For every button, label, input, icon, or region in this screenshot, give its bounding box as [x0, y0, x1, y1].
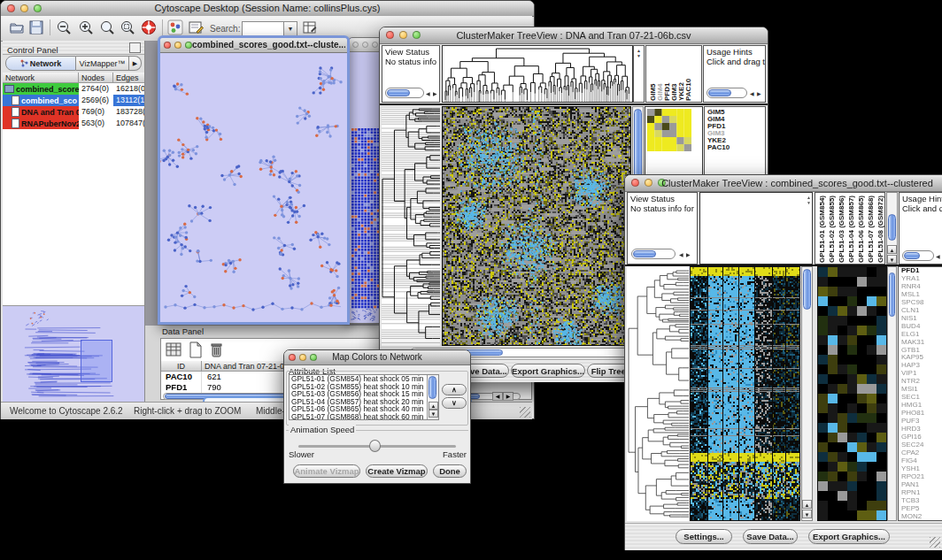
scroll-right-icon[interactable]: ▶: [503, 392, 513, 401]
zoom-in-icon[interactable]: [78, 19, 94, 35]
birdseye-view[interactable]: [3, 305, 144, 403]
tv1-hints-scrollbar[interactable]: [706, 88, 747, 98]
close-icon[interactable]: [164, 42, 171, 49]
network-row[interactable]: DNA and Tran 07769(0)183728(0): [3, 106, 144, 118]
tv1-column-splitter[interactable]: ▲ ▼: [633, 45, 645, 103]
tab-vizmapper[interactable]: VizMapper™: [76, 56, 129, 71]
export-graphics-button[interactable]: Export Graphics...: [808, 529, 890, 544]
zoom-selected-icon[interactable]: [120, 19, 135, 35]
network-row[interactable]: RNAPuberNov2+563(0)107847(0): [3, 118, 144, 129]
zoom-out-icon[interactable]: [56, 19, 72, 35]
delete-attribute-trash-icon[interactable]: [208, 341, 225, 358]
move-up-button[interactable]: ∧: [442, 384, 467, 395]
annotation-icon[interactable]: [188, 19, 204, 35]
scroll-up-icon[interactable]: ▲: [429, 402, 438, 410]
scroll-left-icon[interactable]: ◀: [492, 392, 503, 401]
tv2-column-tree-area[interactable]: ▲▼: [699, 192, 813, 265]
save-icon[interactable]: [28, 19, 44, 35]
scroll-down-icon[interactable]: ▼: [802, 510, 812, 518]
splitter-down-icon[interactable]: ▼: [634, 53, 644, 58]
col-edges[interactable]: Edges: [113, 73, 144, 83]
gene-label[interactable]: PAC10: [707, 144, 730, 151]
zoom-window-icon[interactable]: [372, 42, 378, 48]
column-label[interactable]: GPL51-07 (GSM868): [867, 194, 875, 263]
network-row-name[interactable]: DNA and Tran 07: [3, 106, 79, 118]
network1-canvas[interactable]: [160, 53, 347, 322]
close-icon[interactable]: [631, 179, 639, 187]
dialog-titlebar[interactable]: Map Colors to Network: [284, 350, 470, 365]
attribute-item[interactable]: GPL51-07 (GSM868) heat shock 60 min: [290, 413, 438, 420]
attribute-list[interactable]: GPL51-01 (GSM854) heat shock 05 minGPL51…: [289, 374, 439, 420]
column-label[interactable]: GPL51-08 (GSM872): [876, 194, 884, 263]
scroll-left-icon[interactable]: ◀: [936, 252, 940, 261]
tv2-heatmap-vscrollbar[interactable]: ▲ ▼: [801, 266, 813, 521]
col-nodes[interactable]: Nodes: [79, 73, 113, 83]
treeview2-titlebar[interactable]: ClusterMaker TreeView : combined_scores_…: [625, 175, 942, 192]
scroll-left-icon[interactable]: ◀: [426, 89, 430, 98]
move-down-button[interactable]: ∨: [442, 397, 467, 409]
network-row-name[interactable]: combined_sco: [3, 95, 79, 106]
column-label[interactable]: GPL51-01 (GSM854): [818, 194, 826, 263]
scroll-right-icon[interactable]: ▶: [686, 250, 691, 259]
settings-button[interactable]: Settings...: [676, 529, 732, 544]
vizmapper-nodes-icon[interactable]: [167, 19, 183, 35]
vscroll-thumb[interactable]: [888, 214, 896, 241]
select-attributes-icon[interactable]: [166, 341, 182, 358]
network2-titlebar[interactable]: [349, 38, 380, 52]
birdseye-viewport-rect[interactable]: [81, 340, 112, 382]
tv2-hints-scrollbar[interactable]: [902, 250, 934, 261]
network-row[interactable]: combined_sco2569(6)13112(15): [3, 95, 144, 106]
tv1-status-scrollbar[interactable]: [385, 88, 424, 98]
network2-canvas[interactable]: [349, 52, 380, 322]
scroll-down-icon[interactable]: ▼: [887, 255, 897, 264]
animation-slider-thumb[interactable]: [369, 440, 381, 452]
gene-label[interactable]: MON2: [899, 513, 942, 521]
close-icon[interactable]: [352, 42, 359, 48]
network-row[interactable]: combined_scores2764(0)16218(0): [3, 83, 144, 95]
column-label[interactable]: GPL51-04 (GSM857): [847, 194, 855, 263]
tab-network[interactable]: Network: [5, 56, 76, 71]
splitter-arrows-icon[interactable]: ▲▼: [807, 195, 811, 205]
search-input[interactable]: [242, 21, 286, 36]
minimize-icon[interactable]: [174, 42, 181, 49]
new-attribute-icon[interactable]: [187, 341, 204, 358]
scroll-right-icon[interactable]: ▶: [757, 89, 761, 98]
done-button[interactable]: Done: [433, 464, 467, 478]
tv2-zoom-vscrollbar[interactable]: [887, 266, 897, 521]
resize-grip[interactable]: [930, 537, 940, 548]
minimize-icon[interactable]: [362, 42, 368, 48]
resize-grip[interactable]: [520, 407, 530, 418]
treeview1-titlebar[interactable]: ClusterMaker TreeView : DNA and Tran 07-…: [380, 27, 768, 44]
column-label[interactable]: GPL51-06 (GSM865): [857, 194, 865, 263]
open-file-icon[interactable]: [9, 19, 25, 35]
create-vizmap-button[interactable]: Create Vizmap: [366, 464, 428, 478]
attribute-list-scrollbar[interactable]: ▲ ▼: [427, 375, 438, 419]
tv1-zoom-heatmap[interactable]: [647, 109, 691, 151]
scroll-up-icon[interactable]: ▲: [887, 245, 897, 254]
tv1-row-dendrogram[interactable]: [382, 106, 440, 346]
tv2-heatmap[interactable]: [690, 266, 800, 521]
cytoscape-titlebar[interactable]: Cytoscape Desktop (Session Name: collins…: [1, 1, 534, 17]
tv1-column-dendrogram[interactable]: [442, 45, 633, 103]
save-data-button[interactable]: Save Data...: [743, 529, 798, 544]
scroll-right-icon[interactable]: ▶: [433, 89, 437, 98]
animate-vizmap-button[interactable]: Animate Vizmap: [293, 464, 360, 478]
vscroll-thumb[interactable]: [429, 376, 436, 399]
network-row-name[interactable]: RNAPuberNov2+: [3, 118, 79, 129]
scroll-left-icon[interactable]: ◀: [750, 89, 754, 98]
network-row-name[interactable]: combined_scores: [3, 83, 79, 95]
attribute-table-icon[interactable]: [302, 19, 318, 35]
scroll-down-icon[interactable]: ▼: [429, 410, 438, 418]
scroll-up-icon[interactable]: ▲: [802, 500, 812, 509]
tv1-heatmap[interactable]: [442, 106, 631, 346]
scroll-left-icon[interactable]: ◀: [679, 250, 683, 259]
help-lifering-icon[interactable]: [141, 19, 157, 35]
column-label[interactable]: PAC10: [684, 47, 692, 101]
vscroll-thumb[interactable]: [803, 269, 811, 310]
tv2-row-dendrogram[interactable]: [627, 266, 689, 521]
tv2-collabel-scrollbar[interactable]: ▲ ▼: [886, 192, 898, 265]
float-panel-icon[interactable]: [129, 42, 141, 53]
vscroll-thumb[interactable]: [889, 272, 895, 317]
column-label[interactable]: GPL51-02 (GSM855): [828, 194, 836, 263]
zoom-fit-icon[interactable]: [99, 19, 115, 35]
